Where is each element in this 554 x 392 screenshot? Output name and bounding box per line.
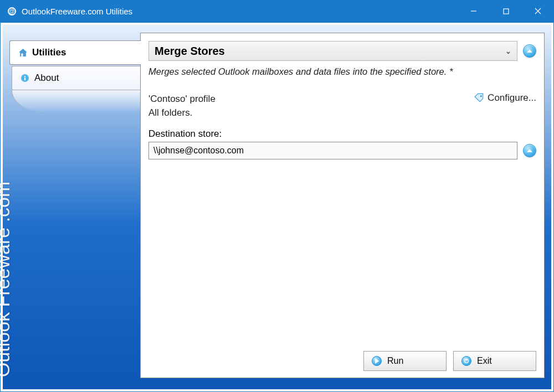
exit-button[interactable]: Exit — [453, 351, 536, 371]
close-button[interactable] — [522, 0, 554, 22]
svg-rect-1 — [504, 9, 509, 14]
svg-rect-7 — [24, 76, 25, 77]
eject-button[interactable] — [523, 44, 536, 58]
folders-info: All folders. — [148, 106, 216, 120]
run-button-label: Run — [387, 356, 403, 366]
play-icon — [372, 356, 382, 366]
chevron-down-icon: ⌄ — [505, 47, 511, 55]
section-title: Merge Stores — [155, 45, 225, 58]
sidebar: Utilities About — [9, 33, 140, 378]
configure-label: Configure... — [488, 92, 536, 104]
tab-about[interactable]: About — [12, 66, 140, 90]
profile-name: 'Contoso' profile — [148, 92, 216, 106]
run-button[interactable]: Run — [363, 351, 447, 371]
minimize-button[interactable] — [458, 0, 490, 22]
info-icon — [20, 73, 30, 83]
section-header[interactable]: Merge Stores ⌄ — [148, 41, 517, 61]
svg-rect-6 — [24, 78, 25, 80]
maximize-button[interactable] — [490, 0, 522, 22]
svg-rect-4 — [21, 53, 23, 56]
home-icon — [18, 48, 28, 58]
svg-point-8 — [480, 95, 482, 97]
configure-link[interactable]: Configure... — [474, 92, 536, 104]
destination-store-label: Destination store: — [148, 128, 536, 140]
exit-button-label: Exit — [477, 356, 492, 366]
section-description: Merges selected Outlook mailboxes and da… — [148, 66, 536, 77]
tag-icon — [474, 93, 484, 103]
tab-label: Utilities — [32, 47, 66, 58]
tab-label: About — [34, 73, 59, 84]
tab-utilities[interactable]: Utilities — [9, 40, 141, 65]
sidebar-curve — [12, 90, 140, 112]
content-panel: Merge Stores ⌄ Merges selected Outlook m… — [140, 33, 545, 378]
window-controls — [458, 0, 554, 22]
profile-info: 'Contoso' profile All folders. — [148, 92, 216, 120]
window-title: OutlookFreeware.com Utilities — [22, 7, 132, 16]
titlebar: @ OutlookFreeware.com Utilities — [0, 0, 554, 22]
app-body: Outlook Freeware .com Utilities About Me… — [3, 25, 551, 389]
browse-store-button[interactable] — [523, 144, 536, 157]
app-icon: @ — [8, 7, 16, 16]
power-icon — [461, 356, 471, 366]
destination-store-input[interactable] — [148, 142, 517, 159]
